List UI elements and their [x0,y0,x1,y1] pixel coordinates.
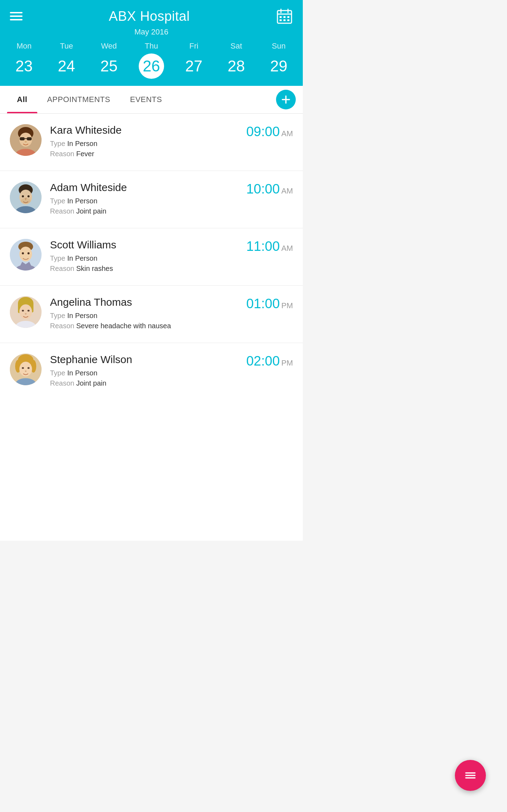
svg-point-25 [27,195,30,197]
day-sat[interactable]: Sat 28 [219,42,254,79]
app-title: ABX Hospital [109,9,190,24]
day-name-fri: Fri [189,42,199,51]
app-header: ABX Hospital May 2016 Mon 23 Tue 24 [0,0,303,86]
day-fri[interactable]: Fri 27 [176,42,212,79]
calendar-icon[interactable] [276,8,293,25]
svg-point-31 [27,252,30,254]
svg-point-47 [22,367,24,369]
day-sun[interactable]: Sun 29 [261,42,296,79]
svg-point-37 [19,304,32,319]
avatar [10,354,42,385]
day-number-mon: 23 [11,53,37,79]
svg-point-49 [25,370,27,372]
avatar [10,182,42,213]
appointment-details: Stephanie Wilson Type In Person Reason J… [50,354,238,389]
svg-point-46 [19,362,32,376]
svg-rect-15 [20,137,25,140]
appointment-type: Type In Person [50,254,238,262]
svg-point-24 [22,195,24,197]
month-label: May 2016 [0,27,303,42]
svg-rect-16 [27,137,32,140]
day-name-thu: Thu [145,42,158,51]
appointment-details: Scott Williams Type In Person Reason Ski… [50,239,238,275]
avatar [10,239,42,271]
svg-point-48 [27,367,30,369]
svg-point-39 [27,310,30,312]
tab-appointments[interactable]: APPOINTMENTS [37,86,120,113]
appointment-details: Kara Whiteside Type In Person Reason Fev… [50,124,238,160]
appointment-type: Type In Person [50,197,238,205]
tab-all[interactable]: All [7,86,37,113]
svg-rect-9 [287,19,289,21]
patient-name: Angelina Thomas [50,296,238,308]
svg-rect-7 [280,19,282,21]
week-navigation: Mon 23 Tue 24 Wed 25 Thu 26 Fri 27 Sat 2… [0,42,303,86]
appointment-item[interactable]: Kara Whiteside Type In Person Reason Fev… [0,114,303,171]
day-name-mon: Mon [17,42,32,51]
svg-rect-6 [287,16,289,18]
day-number-thu: 26 [139,53,164,79]
day-number-sun: 29 [266,53,292,79]
appointment-reason: Reason Skin rashes [50,265,238,273]
day-number-tue: 24 [54,53,79,79]
day-number-sat: 28 [224,53,249,79]
svg-point-40 [25,313,27,315]
appointment-reason: Reason Severe headache with nausea [50,322,238,330]
appointment-reason: Reason Joint pain [50,379,238,387]
appointment-details: Angelina Thomas Type In Person Reason Se… [50,296,238,332]
svg-point-18 [25,141,27,142]
day-name-sun: Sun [272,42,286,51]
appointment-time: 11:00 AM [246,239,293,254]
appointment-reason: Reason Fever [50,150,238,158]
avatar [10,124,42,156]
tab-events[interactable]: EVENTS [120,86,172,113]
svg-point-30 [22,252,24,254]
appointment-item[interactable]: Adam Whiteside Type In Person Reason Joi… [0,171,303,228]
patient-name: Kara Whiteside [50,124,238,136]
day-wed[interactable]: Wed 25 [91,42,126,79]
day-number-fri: 27 [181,53,207,79]
avatar [10,296,42,328]
svg-rect-8 [283,19,286,21]
svg-point-38 [22,310,24,312]
patient-name: Stephanie Wilson [50,354,238,366]
day-name-wed: Wed [101,42,117,51]
appointment-details: Adam Whiteside Type In Person Reason Joi… [50,182,238,217]
day-number-wed: 25 [96,53,121,79]
svg-rect-4 [280,16,282,18]
appointment-item[interactable]: Stephanie Wilson Type In Person Reason J… [0,343,303,400]
appointment-time: 01:00 PM [246,296,293,311]
day-mon[interactable]: Mon 23 [6,42,42,79]
appointments-list: Kara Whiteside Type In Person Reason Fev… [0,114,303,400]
appointment-type: Type In Person [50,312,238,320]
add-appointment-button[interactable] [276,90,296,109]
appointment-item[interactable]: Angelina Thomas Type In Person Reason Se… [0,286,303,343]
svg-rect-5 [283,16,286,18]
appointment-type: Type In Person [50,369,238,377]
appointment-time: 10:00 AM [246,182,293,197]
day-name-sat: Sat [231,42,242,51]
patient-name: Scott Williams [50,239,238,251]
bottom-spacer [0,400,303,541]
day-name-tue: Tue [60,42,73,51]
day-tue[interactable]: Tue 24 [49,42,84,79]
appointment-time: 02:00 PM [246,354,293,369]
day-thu[interactable]: Thu 26 [134,42,169,79]
appointment-reason: Reason Joint pain [50,207,238,215]
tabs-bar: All APPOINTMENTS EVENTS [0,86,303,114]
patient-name: Adam Whiteside [50,182,238,194]
appointment-item[interactable]: Scott Williams Type In Person Reason Ski… [0,228,303,286]
appointment-time: 09:00 AM [246,124,293,139]
menu-icon[interactable] [10,12,23,20]
appointment-type: Type In Person [50,140,238,148]
